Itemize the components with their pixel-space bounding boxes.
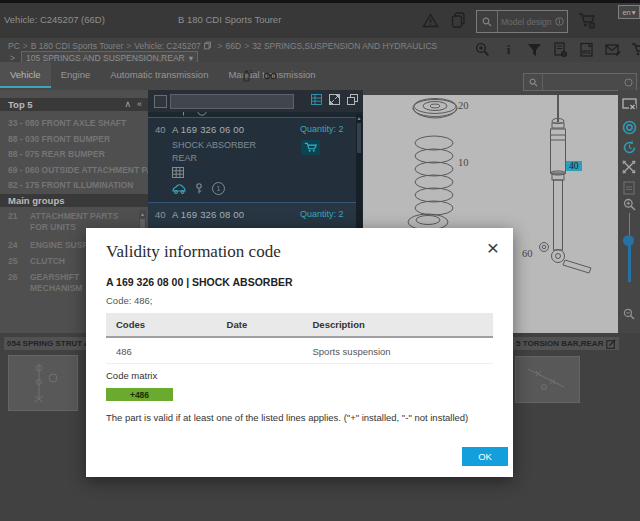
col-codes: Codes	[106, 313, 217, 337]
description-cell: Sports suspension	[303, 337, 494, 364]
ok-button[interactable]: OK	[462, 447, 508, 466]
col-description: Description	[303, 313, 494, 337]
codes-table-header: Codes Date Description	[106, 313, 493, 337]
col-date: Date	[217, 313, 303, 337]
date-cell	[217, 337, 303, 364]
validity-note: The part is valid if at least one of the…	[106, 412, 498, 423]
code-cell: 486	[106, 337, 217, 364]
code-matrix-badge: +486	[106, 388, 173, 401]
close-icon[interactable]: ×	[487, 238, 499, 258]
validity-info-dialog: Validity information code × A 169 326 08…	[86, 228, 513, 477]
part-header: A 169 326 08 00 | SHOCK ABSORBER	[106, 276, 293, 288]
code-matrix-label: Code matrix	[106, 370, 157, 381]
table-row: 486 Sports suspension	[106, 337, 493, 364]
epc-application: Vehicle: C245207 (66D) B 180 CDI Sports …	[0, 0, 640, 521]
code-line: Code: 486;	[106, 295, 152, 306]
dialog-title: Validity information code	[106, 242, 281, 262]
codes-table: Codes Date Description 486 Sports suspen…	[106, 313, 493, 364]
